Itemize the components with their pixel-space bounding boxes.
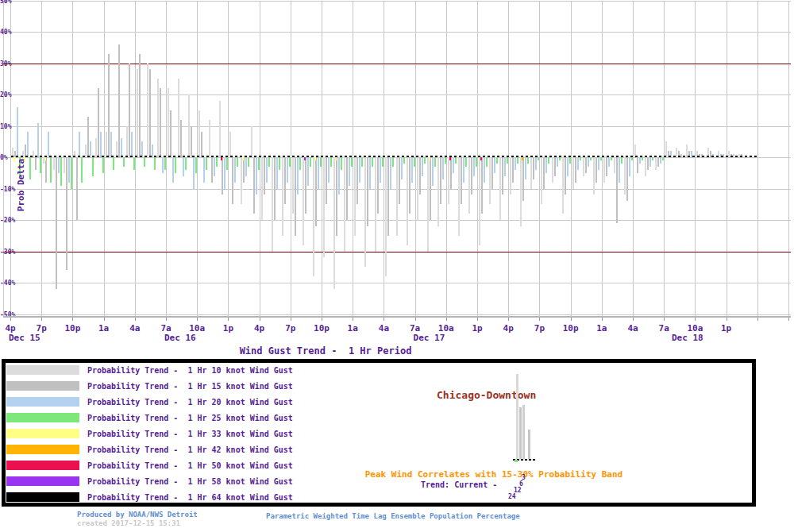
bar: [372, 157, 373, 167]
bar: [590, 157, 592, 160]
bar: [624, 157, 626, 195]
x-tick-label: 10p: [559, 323, 583, 333]
bar: [113, 157, 114, 170]
bar: [645, 157, 646, 176]
bar: [71, 157, 72, 189]
bar: [106, 132, 107, 157]
x-date-label: Dec 16: [164, 333, 196, 343]
bar: [440, 157, 441, 204]
bar: [289, 157, 291, 167]
bar: [268, 157, 270, 167]
chart-title: Wind Gust Trend - 1 Hr Period: [206, 345, 445, 357]
bar: [216, 157, 218, 167]
bar: [211, 157, 213, 183]
bar: [427, 157, 429, 252]
bar-minor: [429, 157, 430, 160]
bar: [489, 157, 491, 204]
bar: [565, 157, 566, 195]
x-tick: [260, 318, 260, 321]
bar: [303, 157, 304, 245]
gridline-v: [384, 2, 384, 318]
bar: [333, 157, 335, 289]
x-tick-label: 4a: [372, 323, 395, 333]
bar: [326, 157, 327, 204]
bar: [295, 157, 296, 236]
gridline-v: [415, 2, 416, 318]
bar: [559, 157, 561, 160]
bar: [367, 157, 368, 226]
x-tick: [41, 318, 42, 321]
x-tick: [10, 318, 11, 321]
bar: [266, 157, 268, 183]
x-tick: [72, 318, 73, 321]
bar: [245, 157, 247, 176]
bar: [232, 157, 233, 204]
gridline-v: [602, 2, 603, 318]
bar: [538, 157, 539, 160]
legend-label: Probability Trend - 1 Hr 58 knot Wind Gu…: [87, 477, 293, 486]
bar: [313, 157, 314, 276]
bar: [448, 157, 449, 204]
bar: [662, 157, 664, 160]
gridline-v: [41, 2, 42, 318]
lag-hour-label: 24: [508, 493, 516, 500]
bar: [68, 157, 70, 183]
bar: [657, 157, 659, 167]
legend-label: Probability Trend - 1 Hr 25 knot Wind Gu…: [87, 414, 293, 422]
x-date-label: Dec 17: [414, 333, 445, 343]
bar: [341, 157, 342, 170]
bar: [229, 132, 231, 157]
x-tick: [197, 318, 198, 321]
x-tick-label: 1p: [715, 323, 738, 333]
gridline-v: [228, 2, 229, 318]
bar: [614, 157, 615, 173]
created-timestamp: created 2017-12-15 15:31: [77, 519, 180, 527]
bar: [222, 157, 223, 195]
gridline-v: [166, 2, 167, 318]
bar: [58, 157, 60, 173]
y-tick-label: 50%: [0, 0, 11, 5]
bar: [548, 157, 549, 164]
gridline-h: [3, 94, 791, 95]
bar: [407, 157, 408, 245]
bar: [527, 157, 529, 164]
bar: [297, 157, 299, 195]
bar: [647, 157, 649, 170]
bar: [465, 157, 467, 167]
bar: [195, 157, 197, 173]
x-tick: [446, 318, 447, 321]
bar: [432, 157, 434, 186]
bar: [310, 157, 311, 167]
bar: [175, 157, 176, 173]
bar: [224, 157, 225, 189]
y-tick-label: 0%: [0, 154, 8, 161]
bar: [491, 157, 493, 189]
bar: [284, 157, 286, 204]
bar: [37, 123, 39, 158]
bar: [567, 157, 569, 176]
bar: [619, 157, 620, 183]
y-tick-label: -20%: [0, 217, 15, 224]
bar: [226, 157, 228, 170]
gridline-h: [3, 1, 791, 2]
zero-line: [11, 156, 758, 157]
bar: [481, 157, 483, 214]
gridline-v: [727, 2, 727, 318]
bar-minor: [480, 157, 482, 160]
x-tick: [539, 318, 540, 321]
bar: [45, 157, 47, 183]
bar: [95, 138, 97, 157]
bar: [100, 132, 102, 157]
bar: [629, 157, 630, 176]
gridline-v: [135, 2, 136, 318]
bar: [170, 110, 172, 157]
bar-minor: [221, 157, 222, 160]
bar: [593, 157, 595, 195]
bar: [188, 94, 190, 157]
bar: [533, 157, 534, 179]
legend-swatch: [6, 413, 79, 422]
bar: [552, 157, 553, 183]
bar: [320, 157, 322, 167]
bar: [160, 88, 161, 157]
bar: [253, 157, 255, 214]
